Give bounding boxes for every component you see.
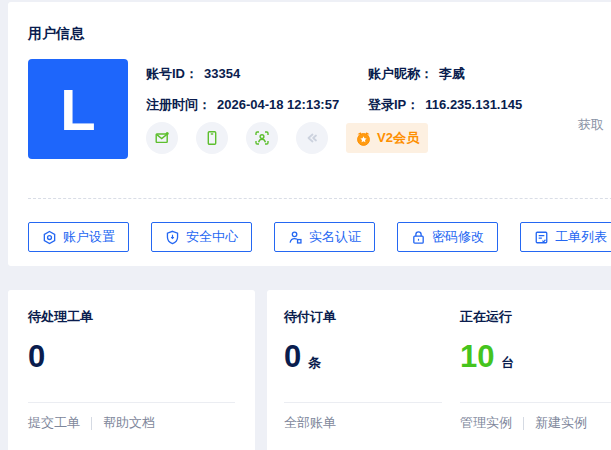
phone-verified-icon (196, 122, 228, 154)
change-password-label: 密码修改 (432, 228, 484, 246)
person-icon (288, 230, 303, 245)
avatar: L (28, 59, 128, 159)
unpaid-orders-title: 待付订单 (284, 308, 442, 326)
register-time-value: 2026-04-18 12:13:57 (217, 97, 339, 112)
running-instances-title: 正在运行 (460, 308, 611, 326)
login-ip-label: 登录IP： (368, 97, 419, 112)
stat-divider (284, 402, 442, 403)
lock-icon (411, 230, 426, 245)
ticket-list-button[interactable]: 工单列表 (520, 222, 611, 252)
ticket-list-icon (534, 230, 549, 245)
change-password-button[interactable]: 密码修改 (397, 222, 498, 252)
account-id-label: 账号ID： (146, 66, 198, 81)
running-instances-value-row: 10 台 (460, 338, 611, 376)
link-separator (91, 417, 92, 430)
pending-tickets-value-row: 0 (28, 338, 235, 376)
ticket-list-label: 工单列表 (555, 228, 607, 246)
register-time-field: 注册时间：2026-04-18 12:13:57 (146, 95, 350, 115)
submit-ticket-link[interactable]: 提交工单 (28, 414, 80, 432)
security-center-button[interactable]: 安全中心 (151, 222, 252, 252)
user-info-grid: 账号ID：33354 账户昵称：李威 注册时间：2026-04-18 12:13… (146, 64, 611, 115)
login-ip-field: 登录IP：116.235.131.145 (368, 95, 611, 115)
gear-icon (42, 230, 57, 245)
link-separator (523, 417, 524, 430)
unpaid-orders-links: 全部账单 (284, 414, 442, 432)
new-instance-link[interactable]: 新建实例 (535, 414, 587, 432)
pending-tickets-title: 待处理工单 (28, 308, 235, 326)
shield-icon (165, 230, 180, 245)
verification-badges-row: V2会员 (146, 122, 611, 154)
pending-tickets-links: 提交工单 帮助文档 (28, 414, 235, 432)
nickname-value: 李威 (439, 66, 465, 81)
running-instances-column: 正在运行 10 台 管理实例 新建实例 (460, 308, 611, 450)
login-ip-value: 116.235.131.145 (425, 97, 522, 112)
unpaid-orders-unit: 条 (308, 354, 321, 372)
stats-row: 待处理工单 0 提交工单 帮助文档 待付订单 0 条 全部账单 正在运行 10 (8, 290, 611, 450)
member-badge-label: V2会员 (377, 129, 419, 147)
user-info-column: 账号ID：33354 账户昵称：李威 注册时间：2026-04-18 12:13… (146, 59, 611, 159)
dashboard-page: { "user_card": { "title": "用户信息", "avata… (0, 0, 611, 450)
running-instances-links: 管理实例 新建实例 (460, 414, 611, 432)
realname-auth-button[interactable]: 实名认证 (274, 222, 375, 252)
realname-verified-icon (246, 122, 278, 154)
nickname-label: 账户昵称： (368, 66, 433, 81)
stat-divider (28, 402, 235, 403)
all-bills-link[interactable]: 全部账单 (284, 414, 336, 432)
profile-row: L 账号ID：33354 账户昵称：李威 注册时间：2026-04-18 12:… (28, 59, 611, 159)
pending-tickets-value: 0 (28, 338, 45, 376)
user-info-title: 用户信息 (8, 2, 611, 41)
running-instances-unit: 台 (501, 354, 514, 372)
account-settings-label: 账户设置 (63, 228, 115, 246)
member-medal-icon (355, 130, 372, 147)
stat-divider (460, 402, 611, 403)
help-docs-link[interactable]: 帮助文档 (103, 414, 155, 432)
unpaid-orders-column: 待付订单 0 条 全部账单 (284, 308, 442, 450)
member-badge: V2会员 (346, 123, 428, 153)
manage-instances-link[interactable]: 管理实例 (460, 414, 512, 432)
orders-running-card: 待付订单 0 条 全部账单 正在运行 10 台 管理实例 新建实例 (267, 290, 611, 450)
running-instances-value: 10 (460, 338, 494, 376)
user-info-card: 用户信息 L 账号ID：33354 账户昵称：李威 注册时间：2026-04-1… (8, 2, 611, 266)
email-verified-icon (146, 122, 178, 154)
dashed-divider (28, 198, 611, 199)
share-disabled-icon (296, 122, 328, 154)
register-time-label: 注册时间： (146, 97, 211, 112)
realname-auth-label: 实名认证 (309, 228, 361, 246)
account-settings-button[interactable]: 账户设置 (28, 222, 129, 252)
account-actions-row: 账户设置 安全中心 实名认证 (28, 222, 611, 252)
unpaid-orders-value: 0 (284, 338, 301, 376)
account-id-value: 33354 (204, 66, 240, 81)
get-more-link[interactable]: 获取 (578, 116, 604, 134)
security-center-label: 安全中心 (186, 228, 238, 246)
nickname-field: 账户昵称：李威 (368, 64, 611, 84)
pending-tickets-card: 待处理工单 0 提交工单 帮助文档 (8, 290, 255, 450)
unpaid-orders-value-row: 0 条 (284, 338, 442, 376)
account-id-field: 账号ID：33354 (146, 64, 350, 84)
